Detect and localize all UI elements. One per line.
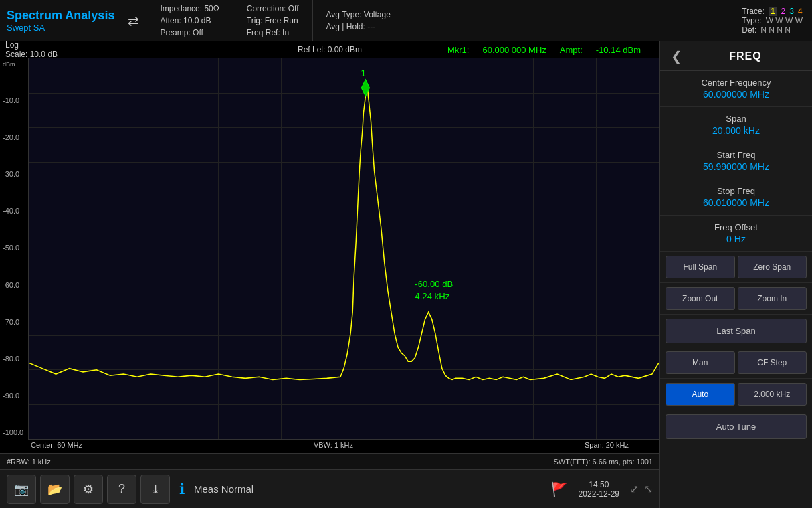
trace-4: 4	[798, 7, 803, 16]
ref-level: Ref Lel: 0.00 dBm	[298, 45, 362, 54]
center-label: Center: 60 MHz	[31, 441, 82, 452]
stop-freq-value: 60.010000 MHz	[668, 197, 804, 208]
main-area: Log Scale: 10.0 dB Ref Lel: 0.00 dBm Mkr…	[0, 41, 812, 508]
y-label-100: -100.0	[3, 428, 25, 436]
trace-2: 2	[781, 7, 786, 16]
info-icon: ℹ	[179, 481, 185, 498]
start-freq-label: Start Freq	[668, 150, 804, 160]
trace-label: Trace:	[742, 7, 765, 16]
span-buttons-row: Full Span Zero Span	[660, 252, 812, 283]
marker-info: Mkr1: 60.000 000 MHz Ampt: -10.14 dBm	[447, 45, 641, 55]
avg-hold-label: Avg | Hold: ---	[326, 21, 391, 33]
impedance-label: Impedance: 50Ω	[160, 3, 219, 15]
cf-step-label: CF Step	[738, 351, 807, 374]
stop-freq-label: Stop Freq	[668, 186, 804, 196]
resize-icon: ⤡	[644, 483, 653, 495]
annotation-db: -60.00 dB	[415, 279, 453, 289]
freq-offset-label: Freq Offset	[668, 222, 804, 232]
panel-back-button[interactable]: ❮	[667, 47, 686, 66]
center-freq-label: Center Frequency	[668, 78, 804, 88]
avg-type-label: Avg Type: Voltage	[326, 9, 391, 21]
trace-section: Trace: 1 2 3 4 Type: W W W W Det: N N N …	[732, 0, 812, 41]
freq-offset-value: 0 Hz	[668, 234, 804, 244]
last-span-button[interactable]: Last Span	[666, 319, 807, 343]
panel-body: Center Frequency 60.000000 MHz Span 20.0…	[660, 71, 812, 508]
chart-plot: 1 -60.00 dB 4.24 kHz	[28, 58, 659, 440]
full-span-button[interactable]: Full Span	[666, 256, 735, 278]
man-button[interactable]: Man	[666, 351, 735, 374]
mkr1-label: Mkr1:	[447, 45, 470, 55]
date-display: 2022-12-29	[579, 489, 619, 499]
trace-3: 3	[789, 7, 794, 16]
center-freq-item[interactable]: Center Frequency 60.000000 MHz	[660, 71, 812, 107]
man-auto-row: Man CF Step	[660, 347, 812, 379]
trace-1: 1	[769, 7, 777, 16]
zero-span-button[interactable]: Zero Span	[738, 256, 807, 278]
sync-icon: ⇄	[121, 0, 146, 41]
download-button[interactable]: ⤓	[140, 475, 170, 504]
mkr1-freq: 60.000 000 MHz	[482, 45, 546, 55]
y-label-50: -50.0	[3, 244, 25, 252]
span-label: Span: 20 kHz	[585, 441, 629, 452]
spectrum-svg: 1 -60.00 dB 4.24 kHz	[29, 58, 659, 439]
scale-type: Log	[5, 41, 19, 50]
freq-ref-label: Freq Ref: In	[247, 27, 299, 39]
status-bar: #RBW: 1 kHz SWT(FFT): 6.66 ms, pts: 1001	[0, 453, 659, 469]
y-label-60: -60.0	[3, 281, 25, 289]
sub-name: Swept SA	[7, 23, 114, 33]
y-label-70: -70.0	[3, 318, 25, 326]
start-freq-value: 59.990000 MHz	[668, 161, 804, 172]
span-value: 20.000 kHz	[668, 125, 804, 136]
panel-title: FREQ	[686, 50, 805, 62]
zoom-out-button[interactable]: Zoom Out	[666, 287, 735, 310]
vbw-label: VBW: 1 kHz	[314, 441, 353, 452]
annotation-khz: 4.24 kHz	[415, 291, 449, 301]
help-button[interactable]: ?	[107, 475, 136, 504]
chart-scale-type: Log Scale: 10.0 dB	[5, 41, 58, 59]
zoom-in-button[interactable]: Zoom In	[738, 287, 807, 310]
y-label-80: -80.0	[3, 355, 25, 363]
freq-offset-item[interactable]: Freq Offset 0 Hz	[660, 216, 812, 252]
app-title-section: Spectrum Analysis Swept SA	[0, 0, 121, 41]
ampt-value: -10.14 dBm	[596, 45, 641, 55]
top-header: Spectrum Analysis Swept SA ⇄ Impedance: …	[0, 0, 812, 41]
folder-button[interactable]: 📂	[40, 475, 70, 504]
chart-container: Log Scale: 10.0 dB Ref Lel: 0.00 dBm Mkr…	[0, 41, 659, 508]
span-item[interactable]: Span 20.000 kHz	[660, 107, 812, 143]
stop-freq-item[interactable]: Stop Freq 60.010000 MHz	[660, 179, 812, 216]
chart-info-bar: Log Scale: 10.0 dB Ref Lel: 0.00 dBm Mkr…	[0, 41, 659, 58]
marker-icon: 🚩	[551, 481, 568, 497]
time-display: 14:50	[589, 480, 609, 489]
start-freq-item[interactable]: Start Freq 59.990000 MHz	[660, 143, 812, 179]
y-label-30: -30.0	[3, 170, 25, 178]
datetime-display: 14:50 2022-12-29	[579, 480, 619, 499]
panel-header: ❮ FREQ	[660, 41, 812, 71]
settings-button[interactable]: ⚙	[74, 475, 103, 504]
y-label-dbm: dBm	[3, 61, 25, 68]
swt-label: SWT(FFT): 6.66 ms, pts: 1001	[64, 458, 653, 466]
toolbar: 📷 📂 ⚙ ? ⤓ ℹ Meas Normal 🚩 14:50 2022-12-…	[0, 469, 659, 508]
marker-1-label: 1	[361, 68, 366, 78]
type-vals: W W W W	[766, 16, 803, 25]
y-label-20: -20.0	[3, 133, 25, 141]
cf-step-value: 2.000 kHz	[738, 383, 807, 406]
y-label-40: -40.0	[3, 207, 25, 215]
y-label-90: -90.0	[3, 392, 25, 400]
auto-tune-button[interactable]: Auto Tune	[666, 414, 807, 439]
meas-normal-label: Meas Normal	[194, 483, 253, 495]
center-freq-value: 60.000000 MHz	[668, 89, 804, 100]
right-panel: ❮ FREQ Center Frequency 60.000000 MHz Sp…	[659, 41, 812, 508]
y-label-10: -10.0	[3, 96, 25, 104]
auto-value-row: Auto 2.000 kHz	[660, 379, 812, 410]
resize-icons: ⤢ ⤡	[630, 483, 653, 495]
ampt-label: Ampt:	[560, 45, 583, 55]
det-label: Det:	[742, 25, 756, 35]
zoom-buttons-row: Zoom Out Zoom In	[660, 283, 812, 315]
chart-bottom-bar: Center: 60 MHz VBW: 1 kHz Span: 20 kHz	[0, 440, 659, 453]
preamp-label: Preamp: Off	[160, 27, 219, 39]
screenshot-button[interactable]: 📷	[7, 475, 36, 504]
toolbar-right-icons: 🚩	[551, 481, 568, 497]
impedance-section: Impedance: 50Ω Atten: 10.0 dB Preamp: Of…	[146, 0, 232, 41]
span-label: Span	[668, 114, 804, 124]
auto-button[interactable]: Auto	[666, 383, 735, 406]
